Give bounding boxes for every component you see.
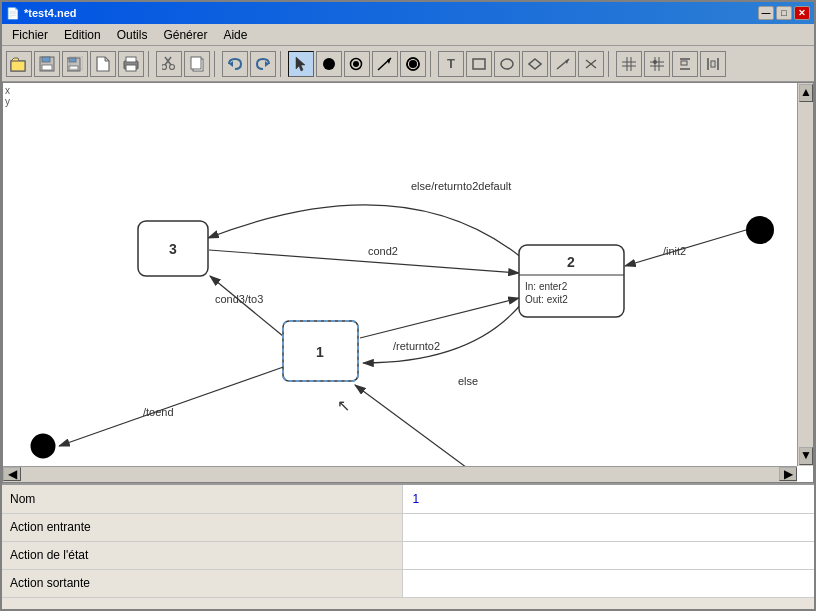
svg-marker-22	[296, 57, 305, 71]
prop-row-action-sortante: Action sortante	[2, 569, 814, 597]
svg-rect-3	[42, 57, 50, 62]
properties-panel: Nom Action entrante Action	[2, 483, 814, 609]
grid-button[interactable]	[616, 51, 642, 77]
menu-bar: Fichier Edition Outils Générer Aide	[2, 24, 814, 46]
sep3	[280, 51, 284, 77]
title-bar: 📄 *test4.ned — □ ✕	[2, 2, 814, 24]
prop-label-action-sortante: Action sortante	[2, 569, 402, 597]
scrollbar-down[interactable]: ▼	[799, 447, 813, 465]
title-controls: — □ ✕	[758, 6, 810, 20]
prop-input-action-etat[interactable]	[411, 548, 807, 562]
svg-point-25	[353, 61, 359, 67]
minimize-button[interactable]: —	[758, 6, 774, 20]
label-returnto2: /returnto2	[393, 340, 440, 352]
line-tool[interactable]	[550, 51, 576, 77]
prop-input-action-sortante[interactable]	[411, 576, 807, 590]
scrollbar-left[interactable]: ◀	[3, 467, 21, 481]
cursor: ↖	[337, 397, 350, 414]
state1-label: 1	[316, 344, 324, 360]
svg-rect-13	[126, 65, 136, 71]
transition-returnto2[interactable]	[360, 298, 519, 338]
close-button[interactable]: ✕	[794, 6, 810, 20]
save-all-button[interactable]	[62, 51, 88, 77]
prop-row-action-entrante: Action entrante	[2, 513, 814, 541]
open-button[interactable]	[6, 51, 32, 77]
distribute-button[interactable]	[700, 51, 726, 77]
redo-button[interactable]	[250, 51, 276, 77]
final-state-tool[interactable]	[400, 51, 426, 77]
prop-value-nom[interactable]	[402, 485, 814, 513]
menu-fichier[interactable]: Fichier	[4, 26, 56, 44]
svg-point-46	[653, 60, 657, 64]
rect-tool[interactable]	[466, 51, 492, 77]
undo-button[interactable]	[222, 51, 248, 77]
toolbar: T	[2, 46, 814, 82]
new-button[interactable]	[90, 51, 116, 77]
init-state-tool[interactable]	[344, 51, 370, 77]
menu-aide[interactable]: Aide	[215, 26, 255, 44]
diamond-tool[interactable]	[522, 51, 548, 77]
cut-button[interactable]	[156, 51, 182, 77]
svg-point-16	[162, 64, 167, 69]
prop-input-action-entrante[interactable]	[411, 520, 807, 534]
svg-rect-48	[681, 61, 687, 65]
svg-rect-52	[711, 61, 715, 67]
print-button[interactable]	[118, 51, 144, 77]
cross-tool[interactable]	[578, 51, 604, 77]
prop-value-action-sortante[interactable]	[402, 569, 814, 597]
transition-cond3-to3[interactable]	[210, 276, 289, 341]
canvas[interactable]: xy else/returnto2default /init2 cond2	[2, 82, 814, 483]
sep2	[214, 51, 218, 77]
label-cond2: cond2	[368, 245, 398, 257]
window-title: *test4.ned	[24, 7, 77, 19]
svg-point-32	[501, 59, 513, 69]
prop-label-action-entrante: Action entrante	[2, 513, 402, 541]
transition-toend[interactable]	[59, 365, 289, 446]
svg-point-17	[170, 64, 175, 69]
prop-input-nom[interactable]	[411, 492, 807, 506]
prop-value-action-etat[interactable]	[402, 541, 814, 569]
menu-generer[interactable]: Générer	[155, 26, 215, 44]
window-icon: 📄	[6, 7, 20, 20]
prop-value-action-entrante[interactable]	[402, 513, 814, 541]
transition-cond2[interactable]	[209, 250, 519, 273]
state2-exit: Out: exit2	[525, 294, 568, 305]
scrollbar-v[interactable]: ▲ ▼	[797, 83, 813, 466]
sep5	[608, 51, 612, 77]
state2-enter: In: enter2	[525, 281, 568, 292]
pointer-tool[interactable]	[288, 51, 314, 77]
svg-rect-31	[473, 59, 485, 69]
svg-rect-1	[11, 61, 25, 71]
scrollbar-h[interactable]: ◀ ▶	[3, 466, 797, 482]
svg-rect-4	[42, 65, 52, 70]
label-toend: /toend	[143, 406, 174, 418]
init-circle-2[interactable]	[746, 216, 774, 244]
svg-rect-19	[191, 57, 201, 69]
maximize-button[interactable]: □	[776, 6, 792, 20]
state3-label: 3	[169, 241, 177, 257]
snap-button[interactable]	[644, 51, 670, 77]
label-init2: /init2	[663, 245, 686, 257]
transition-tool[interactable]	[372, 51, 398, 77]
prop-label-nom: Nom	[2, 485, 402, 513]
prop-label-action-etat: Action de l'état	[2, 541, 402, 569]
state-tool[interactable]	[316, 51, 342, 77]
save-button[interactable]	[34, 51, 60, 77]
scrollbar-right[interactable]: ▶	[779, 467, 797, 481]
label-cond3-to3: cond3/to3	[215, 293, 263, 305]
scrollbar-up[interactable]: ▲	[799, 84, 813, 102]
transition-else[interactable]	[363, 303, 522, 363]
sep1	[148, 51, 152, 77]
label-else: else	[458, 375, 478, 387]
align-button[interactable]	[672, 51, 698, 77]
diagram-svg[interactable]: else/returnto2default /init2 cond2 cond3…	[3, 83, 783, 483]
ellipse-tool[interactable]	[494, 51, 520, 77]
text-tool[interactable]: T	[438, 51, 464, 77]
transition-else-returnto2default[interactable]	[208, 205, 522, 258]
label-else-returnto2default: else/returnto2default	[411, 180, 511, 192]
menu-edition[interactable]: Edition	[56, 26, 109, 44]
copy-button[interactable]	[184, 51, 210, 77]
menu-outils[interactable]: Outils	[109, 26, 156, 44]
title-bar-left: 📄 *test4.ned	[6, 7, 77, 20]
prop-row-nom: Nom	[2, 485, 814, 513]
